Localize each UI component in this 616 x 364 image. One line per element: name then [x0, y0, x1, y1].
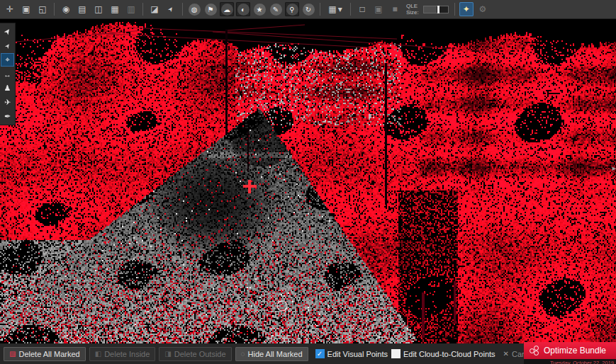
- pick-cursor-icon: ➤: [3, 42, 12, 50]
- toolbar-separator: [454, 3, 455, 16]
- cursor-icon: ➤: [2, 26, 13, 37]
- screen-select-icon: ▣: [22, 4, 30, 14]
- delete-all-icon: ▨: [9, 351, 16, 358]
- globe-button[interactable]: ◍: [187, 2, 201, 16]
- cube-camera-icon: ▣: [374, 4, 382, 14]
- delete-outside-button[interactable]: ◨ Delete Outside: [159, 347, 231, 361]
- tag-icon: ⚑: [205, 4, 217, 16]
- move-marker-tool-button[interactable]: ⌖: [1, 53, 14, 67]
- fly-plane-icon: ✈: [4, 98, 11, 107]
- edit-visual-points-label: Edit Visual Points: [327, 350, 388, 358]
- delete-outside-icon: ◨: [164, 351, 171, 358]
- cloud-icon: ☁: [221, 4, 233, 16]
- zoom-window-button[interactable]: ◱: [35, 2, 50, 16]
- gallery-view-button[interactable]: ▥: [124, 2, 138, 16]
- eraser-cursor-icon: ➤: [167, 5, 176, 13]
- globe-icon: ◍: [189, 4, 201, 16]
- cube-wireframe-button[interactable]: □: [355, 2, 369, 16]
- view-mode-dropdown[interactable]: ▦▾: [325, 2, 346, 16]
- cloud-button[interactable]: ☁: [220, 2, 234, 16]
- edit-visual-points-checkbox[interactable]: ✓ Edit Visual Points: [315, 349, 388, 358]
- toolbar-separator: [320, 3, 320, 16]
- dropdown-box-icon: ▦: [328, 4, 336, 14]
- torch-icon: ✦: [463, 4, 470, 14]
- edit-cloud-to-cloud-label: Edit Cloud-to-Cloud Points: [403, 350, 495, 358]
- orbit-icon: ↻: [303, 4, 315, 16]
- toolbar-separator: [142, 3, 143, 16]
- move-marker-icon: ⌖: [5, 55, 9, 64]
- zoom-window-icon: ◱: [38, 4, 46, 14]
- fly-navigation-tool-button[interactable]: ✈: [1, 96, 14, 109]
- pan-tool-button[interactable]: ✛: [3, 2, 17, 16]
- checkbox-unchecked-icon: [391, 349, 401, 358]
- camera-button[interactable]: ◉: [59, 2, 73, 16]
- pick-points-tool-button[interactable]: ➤: [1, 39, 14, 52]
- pin-icon: ⚲: [286, 4, 298, 16]
- eraser-button[interactable]: ◪: [147, 2, 162, 16]
- delete-inside-label: Delete Inside: [104, 350, 150, 358]
- panel-expand-chevron[interactable]: ▸: [612, 164, 616, 172]
- split-view-button[interactable]: ◫: [91, 2, 106, 16]
- sphere-paint-button[interactable]: ◐: [236, 2, 250, 16]
- hide-all-marked-button[interactable]: ◌ Hide All Marked: [235, 347, 308, 361]
- optimize-bundle-area: Optimize Bundle Tuesday, October 22, 201…: [524, 342, 616, 364]
- checkbox-checked-icon: ✓: [315, 349, 325, 358]
- viewport: ➤ ➤ ⌖ ↔ ♟ ✈ ✒ ▸: [0, 19, 616, 343]
- bundle-circles-icon: [530, 346, 539, 356]
- delete-outside-label: Delete Outside: [174, 350, 226, 358]
- status-date-text: Tuesday, October 22, 2019: [524, 359, 616, 364]
- brush-icon: ✒: [4, 112, 11, 121]
- grid-view-button[interactable]: ▦: [108, 2, 122, 16]
- slider-fill: [424, 6, 437, 13]
- measure-distance-tool-button[interactable]: ↔: [1, 67, 14, 81]
- pan-icon: ✛: [6, 4, 13, 14]
- distance-icon: ↔: [4, 70, 11, 79]
- select-cursor-tool-button[interactable]: ➤: [1, 25, 14, 38]
- optimize-bundle-label: Optimize Bundle: [544, 346, 606, 356]
- eraser-cursor-button[interactable]: ➤: [164, 2, 178, 16]
- caret-down-icon: ▾: [338, 4, 342, 14]
- star-icon: ★: [254, 4, 266, 16]
- delete-all-marked-button[interactable]: ▨ Delete All Marked: [4, 347, 86, 361]
- image-view-button[interactable]: ▤: [75, 2, 89, 16]
- point-cloud-editor-window: ✛ ▣ ◱ ◉ ▤ ◫ ▦ ▥ ◪ ➤ ◍ ⚑ ☁ ◐ ★ ✎ ⚲ ↻ ▦▾ □…: [0, 0, 616, 364]
- star-button[interactable]: ★: [252, 2, 267, 16]
- delete-all-label: Delete All Marked: [18, 350, 79, 358]
- torch-button[interactable]: ✦: [459, 2, 474, 16]
- settings-gear-icon: ⚙: [478, 4, 486, 14]
- camera-icon: ◉: [62, 4, 69, 14]
- point-cloud-canvas[interactable]: [0, 19, 616, 343]
- walkthrough-tool-button[interactable]: ♟: [1, 81, 14, 95]
- delete-inside-icon: ◧: [95, 351, 101, 358]
- hide-all-label: Hide All Marked: [248, 350, 303, 358]
- optimize-bundle-button[interactable]: Optimize Bundle: [524, 342, 616, 359]
- gallery-view-icon: ▥: [127, 4, 135, 14]
- settings-button[interactable]: ⚙: [476, 2, 490, 16]
- qle-size-slider[interactable]: [423, 6, 449, 13]
- paint-select-tool-button[interactable]: ✒: [1, 110, 14, 123]
- left-tool-palette: ➤ ➤ ⌖ ↔ ♟ ✈ ✒: [0, 23, 15, 125]
- eraser-icon: ◪: [150, 4, 158, 14]
- pencil-button[interactable]: ✎: [269, 2, 283, 16]
- pin-button[interactable]: ⚲: [285, 2, 299, 16]
- delete-inside-button[interactable]: ◧ Delete Inside: [89, 347, 156, 361]
- sphere-icon: ◐: [237, 4, 250, 16]
- tag-button[interactable]: ⚑: [203, 2, 218, 16]
- toolbar-separator: [182, 3, 183, 16]
- qle-size-label: QLE Size:: [406, 3, 419, 16]
- pencil-icon: ✎: [270, 4, 282, 16]
- grid-view-icon: ▦: [111, 4, 118, 14]
- cube-camera-button[interactable]: ▣: [371, 2, 386, 16]
- edit-cloud-to-cloud-checkbox[interactable]: Edit Cloud-to-Cloud Points: [391, 349, 495, 358]
- cube-solid-button[interactable]: ■: [388, 2, 402, 16]
- cube-solid-icon: ■: [392, 4, 397, 14]
- top-toolbar: ✛ ▣ ◱ ◉ ▤ ◫ ▦ ▥ ◪ ➤ ◍ ⚑ ☁ ◐ ★ ✎ ⚲ ↻ ▦▾ □…: [0, 0, 616, 19]
- orbit-button[interactable]: ↻: [301, 2, 315, 16]
- toolbar-separator: [54, 3, 55, 16]
- cancel-x-icon: ✕: [503, 350, 509, 358]
- screen-select-button[interactable]: ▣: [19, 2, 33, 16]
- toolbar-separator: [350, 3, 351, 16]
- slider-handle[interactable]: [437, 6, 439, 13]
- walk-person-icon: ♟: [4, 84, 11, 93]
- split-view-icon: ◫: [94, 4, 102, 14]
